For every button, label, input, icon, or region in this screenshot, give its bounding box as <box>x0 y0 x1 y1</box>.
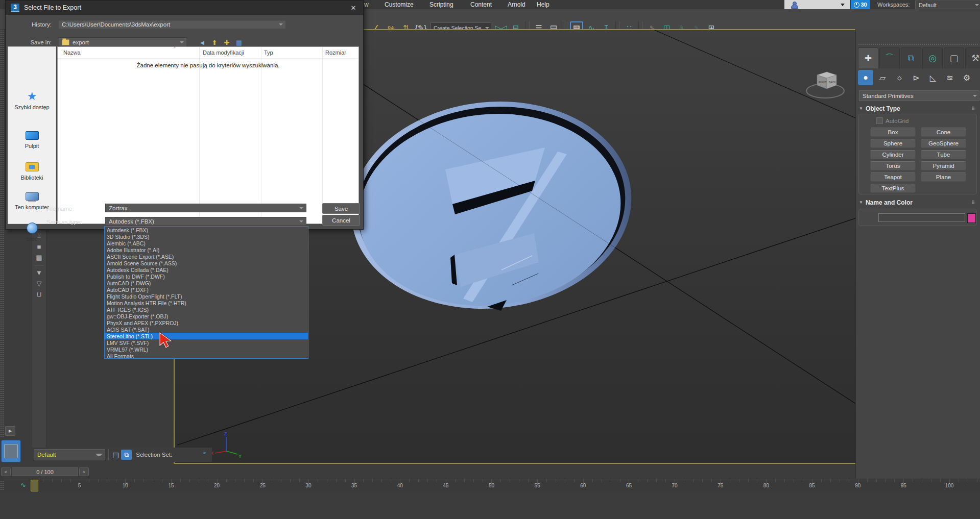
expand-button[interactable]: ▶ <box>5 426 15 436</box>
geometry-icon[interactable]: ● <box>858 70 873 85</box>
lights-icon[interactable]: ☼ <box>892 70 907 85</box>
format-option[interactable]: PhysX and APEX (*.PXPROJ) <box>105 319 308 326</box>
timeline-ruler[interactable]: 0510152025303540455055606570758085909510… <box>30 479 980 491</box>
name-color-rollout-header[interactable]: ▼ Name and Color ⠿ <box>858 198 978 207</box>
tab-utilities[interactable]: ⚒ <box>965 47 980 68</box>
column-separator[interactable] <box>322 47 323 224</box>
menu-customize[interactable]: Customize <box>385 1 414 8</box>
scene-explorer-toggle-icon[interactable]: ⧉ <box>121 450 132 460</box>
menu-content[interactable]: Content <box>470 1 492 8</box>
shapes-icon[interactable]: ▱ <box>875 70 890 85</box>
place-biblioteki[interactable]: Biblioteki <box>8 160 56 181</box>
previous-key-button[interactable]: < <box>1 467 11 476</box>
menu-arnold[interactable]: Arnold <box>508 1 525 8</box>
format-option-selected[interactable]: StereoLitho (*.STL) <box>105 333 308 339</box>
create-sphere-button[interactable]: Sphere <box>870 139 916 148</box>
create-torus-button[interactable]: Torus <box>870 161 916 170</box>
format-option[interactable]: Alembic (*.ABC) <box>105 240 308 246</box>
format-option[interactable]: Autodesk (*.FBX) <box>105 227 308 233</box>
format-option[interactable]: Arnold Scene Source (*.ASS) <box>105 260 308 266</box>
column-separator[interactable] <box>261 47 261 224</box>
format-option[interactable]: AutoCAD (*.DXF) <box>105 286 308 293</box>
file-list[interactable]: ⌃ NazwaData modyfikacjiTypRozmiar Żadne … <box>57 46 359 224</box>
back-icon[interactable]: ◄ <box>197 38 207 47</box>
trial-days-badge[interactable]: 30 <box>851 0 870 9</box>
helpers-icon[interactable]: ◺ <box>925 70 941 85</box>
space-warps-icon[interactable]: ≋ <box>942 70 958 85</box>
format-option[interactable]: LMV SVF (*.SVF) <box>105 339 308 346</box>
format-option[interactable]: VRML97 (*.WRL) <box>105 346 308 353</box>
column-typ[interactable]: Typ <box>264 50 273 56</box>
format-option[interactable]: ASCII Scene Export (*.ASE) <box>105 253 308 260</box>
workspaces-dropdown[interactable]: Default <box>915 1 980 9</box>
format-option[interactable]: AutoCAD (*.DWG) <box>105 280 308 286</box>
format-option[interactable]: Autodesk Collada (*.DAE) <box>105 266 308 273</box>
create-teapot-button[interactable]: Teapot <box>870 172 916 182</box>
panel-grip[interactable] <box>858 43 978 46</box>
view-menu-icon[interactable]: ▦ <box>234 38 244 47</box>
time-slider-handle[interactable] <box>31 480 38 491</box>
dialog-title-bar[interactable]: 3 Select File to Export ✕ <box>6 1 363 15</box>
column-nazwa[interactable]: Nazwa <box>63 50 81 56</box>
menu-help[interactable]: Help <box>537 1 549 8</box>
autogrid-checkbox[interactable] <box>876 117 883 124</box>
save-as-type-dropdown[interactable]: Autodesk (*.FBX) <box>105 217 306 226</box>
container-icon[interactable]: ⊔ <box>36 291 41 298</box>
column-rozmiar[interactable]: Rozmiar <box>325 50 346 56</box>
object-type-rollout-header[interactable]: ▼ Object Type ⠿ <box>858 104 978 113</box>
viewcube[interactable]: RIGHT BACK <box>806 72 844 98</box>
selection-box-icon[interactable]: ■ <box>37 243 41 251</box>
create-textplus-button[interactable]: TextPlus <box>870 184 916 193</box>
create-tube-button[interactable]: Tube <box>921 150 966 159</box>
next-key-button[interactable]: > <box>79 467 89 476</box>
dock-grip[interactable] <box>0 480 4 490</box>
menu-scripting[interactable]: Scripting <box>429 1 453 8</box>
primitives-dropdown[interactable]: Standard Primitives <box>859 90 979 101</box>
tab-modify[interactable]: ⌒ <box>879 47 900 68</box>
menu-w[interactable]: w <box>364 1 369 8</box>
filter-icon[interactable]: ▽ <box>37 280 42 287</box>
sign-in-button[interactable] <box>784 0 850 9</box>
viewport-layout-tab[interactable] <box>1 440 21 462</box>
format-option[interactable]: Adobe Illustrator (*.AI) <box>105 246 308 253</box>
tab-create[interactable]: + <box>858 47 878 68</box>
column-separator[interactable] <box>199 47 200 224</box>
create-cone-button[interactable]: Cone <box>921 128 966 137</box>
format-option[interactable]: ACIS SAT (*.SAT) <box>105 326 308 333</box>
time-slider[interactable]: ∿ 05101520253035404550556065707580859095… <box>0 479 980 492</box>
format-option[interactable]: 3D Studio (*.3DS) <box>105 233 308 240</box>
dock-grip[interactable] <box>0 29 4 437</box>
cameras-icon[interactable]: ⊳ <box>909 70 924 85</box>
format-option[interactable]: ATF IGES (*.IGS) <box>105 306 308 313</box>
filter-settings-icon[interactable]: ▼ <box>36 269 42 277</box>
list-view-icon[interactable]: ▤ <box>36 254 42 261</box>
tab-motion[interactable]: ◎ <box>922 47 943 68</box>
close-icon[interactable]: ✕ <box>348 3 359 13</box>
up-folder-icon[interactable]: ⬆ <box>209 38 220 47</box>
format-option[interactable]: Publish to DWF (*.DWF) <box>105 273 308 280</box>
tab-display[interactable]: ▢ <box>944 47 964 68</box>
save-button[interactable]: Save <box>322 203 360 214</box>
save-in-dropdown[interactable]: export <box>58 37 187 47</box>
history-dropdown[interactable]: C:\Users\User\Documents\3dsMax\export <box>58 20 286 29</box>
object-name-input[interactable] <box>878 213 965 222</box>
active-layer-dropdown[interactable]: Default <box>34 449 105 460</box>
column-data-modyfikacji[interactable]: Data modyfikacji <box>203 50 244 56</box>
create-box-button[interactable]: Box <box>870 128 916 137</box>
object-color-swatch[interactable] <box>967 213 976 223</box>
place-szybki-dostęp[interactable]: ★Szybki dostęp <box>8 90 56 110</box>
place-pulpit[interactable]: Pulpit <box>8 129 56 149</box>
create-cylinder-button[interactable]: Cylinder <box>870 150 916 159</box>
format-option[interactable]: gw::OBJ-Exporter (*.OBJ) <box>105 313 308 319</box>
tab-hierarchy[interactable]: ⧉ <box>901 47 921 68</box>
create-geosphere-button[interactable]: GeoSphere <box>921 139 966 148</box>
file-name-field[interactable]: Zortrax <box>105 204 306 212</box>
format-option[interactable]: All Formats <box>105 353 308 359</box>
toolbar-overflow-icon[interactable]: » <box>203 450 205 455</box>
new-folder-icon[interactable]: ✚ <box>222 38 232 47</box>
mini-curve-editor-icon[interactable]: ∿ <box>20 481 26 489</box>
create-pyramid-button[interactable]: Pyramid <box>921 161 966 170</box>
format-option[interactable]: Flight Studio OpenFlight (*.FLT) <box>105 293 308 300</box>
create-plane-button[interactable]: Plane <box>921 172 966 182</box>
format-option[interactable]: Motion Analysis HTR File (*.HTR) <box>105 300 308 306</box>
